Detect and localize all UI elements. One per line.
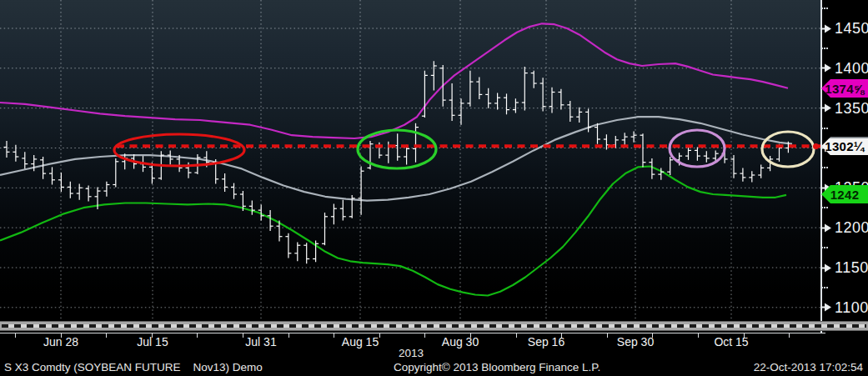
- ohlc-bar: [540, 78, 546, 111]
- ohlc-bar: [249, 201, 255, 215]
- x-axis-tick: [243, 333, 243, 338]
- ohlc-bar: [113, 158, 118, 188]
- ohlc-bar: [549, 88, 555, 113]
- x-axis-tick: [106, 333, 107, 338]
- ohlc-bar: [440, 65, 446, 107]
- upper-band-price-tag: 1374⅝: [821, 79, 868, 98]
- datetime-text: 22-Oct-2013 17:02:54: [754, 361, 863, 373]
- ohlc-bar: [704, 151, 710, 162]
- ohlc-bar: [449, 83, 455, 121]
- upper-band-line: [0, 23, 788, 138]
- ohlc-bar: [168, 150, 173, 164]
- ohlc-bar: [285, 233, 291, 258]
- ohlc-bar: [740, 168, 745, 181]
- copyright-text: Copyright© 2013 Bloomberg Finance L.P.: [394, 361, 600, 373]
- tick-arrow-icon: [825, 24, 831, 33]
- x-axis-tick: [424, 333, 425, 338]
- ohlc-bar: [103, 182, 109, 197]
- ohlc-bar: [222, 173, 228, 192]
- ohlc-bar: [567, 101, 573, 122]
- ohlc-bar: [4, 141, 10, 158]
- x-axis-label: Jul 15: [137, 335, 168, 348]
- ohlc-bar: [304, 243, 309, 263]
- last-price-tag: 1302¼: [821, 137, 868, 155]
- ohlc-bar: [476, 77, 482, 99]
- ohlc-bar: [595, 123, 600, 144]
- y-axis-tick-label: 1350: [835, 99, 868, 117]
- ohlc-bar: [13, 145, 18, 162]
- ohlc-bar: [640, 133, 646, 167]
- y-axis-tick: 1450: [821, 20, 868, 38]
- ohlc-bar: [685, 147, 691, 160]
- y-axis-tick: 1350: [821, 99, 868, 117]
- ohlc-bar: [531, 71, 537, 88]
- y-axis-tick-label: 1400: [835, 59, 868, 77]
- ohlc-bar: [268, 210, 273, 231]
- x-axis-tick: [516, 333, 517, 338]
- bloomberg-terminal-chart: 14501400135013001250120011501100 1374⅝13…: [0, 0, 868, 376]
- reference-line-endpoint-dot: [813, 143, 819, 149]
- ohlc-bar: [340, 200, 346, 221]
- tick-arrow-icon: [825, 64, 831, 73]
- y-axis-tick-label: 1450: [835, 20, 868, 38]
- y-axis-tick: 1150: [821, 259, 868, 277]
- ohlc-bar: [631, 131, 637, 142]
- y-axis-tick: 1400: [821, 59, 868, 77]
- ohlc-bar: [758, 165, 764, 178]
- ohlc-bar: [331, 204, 337, 225]
- green-highlight-ellipse: [358, 130, 436, 168]
- ohlc-bar: [294, 242, 300, 261]
- ohlc-bar: [485, 88, 491, 108]
- ohlc-bar: [22, 152, 28, 168]
- y-axis-tick-label: 1150: [835, 259, 868, 277]
- ohlc-bar: [749, 171, 755, 182]
- ohlc-bar: [576, 108, 582, 123]
- y-axis-minor-tick: [821, 8, 828, 9]
- tick-arrow-icon: [825, 303, 831, 312]
- ohlc-bar: [695, 148, 700, 161]
- y-axis-tick-label: 1200: [835, 219, 868, 237]
- x-axis-tick: [607, 333, 608, 338]
- ohlc-bar: [504, 93, 509, 114]
- instrument-title: S X3 Comdty (SOYBEAN FUTURE Nov13) Demo: [4, 361, 263, 373]
- ohlc-bar: [467, 71, 473, 107]
- horizontal-scrollbar[interactable]: [0, 321, 868, 331]
- x-axis-label: Aug 30: [442, 335, 479, 348]
- x-axis-tick: [197, 333, 198, 338]
- ohlc-bar: [58, 173, 64, 192]
- x-axis-label: Sep 16: [528, 335, 564, 348]
- ohlc-bar: [322, 213, 328, 245]
- lower-band-line: [0, 167, 786, 296]
- ohlc-bar: [513, 98, 519, 113]
- ohlc-bar: [413, 123, 419, 163]
- y-axis-minor-tick: [821, 247, 828, 248]
- ohlc-bar: [68, 182, 73, 198]
- ohlc-bar: [459, 98, 464, 125]
- ohlc-bar: [558, 89, 564, 110]
- x-axis-label: Jul 31: [245, 335, 276, 348]
- chart-canvas: [0, 0, 820, 319]
- y-axis-tick: 1100: [821, 298, 868, 316]
- ohlc-bar: [522, 67, 528, 111]
- ohlc-bar: [231, 183, 237, 199]
- scrollbar-pattern: [2, 324, 866, 328]
- x-axis-tick: [789, 333, 790, 338]
- ohlc-bar: [359, 167, 364, 215]
- ohlc-bar: [49, 167, 55, 184]
- ohlc-bar: [40, 157, 46, 179]
- ohlc-bar: [731, 155, 737, 178]
- chart-plot-area[interactable]: [0, 0, 820, 319]
- x-axis-tick: [288, 333, 289, 338]
- y-axis-minor-tick: [821, 167, 828, 168]
- y-axis-minor-tick: [821, 207, 828, 208]
- x-axis-line: [0, 333, 825, 333]
- x-axis-tick: [15, 333, 16, 338]
- x-axis-label: Sep 30: [617, 335, 654, 348]
- y-axis-minor-tick: [821, 128, 828, 129]
- tick-arrow-icon: [825, 263, 831, 272]
- x-axis-tick: [698, 333, 699, 338]
- y-axis-minor-tick: [821, 287, 828, 288]
- y-axis-tick-label: 1100: [835, 298, 868, 316]
- ohlc-bar: [494, 93, 500, 110]
- y-axis-minor-tick: [821, 48, 828, 49]
